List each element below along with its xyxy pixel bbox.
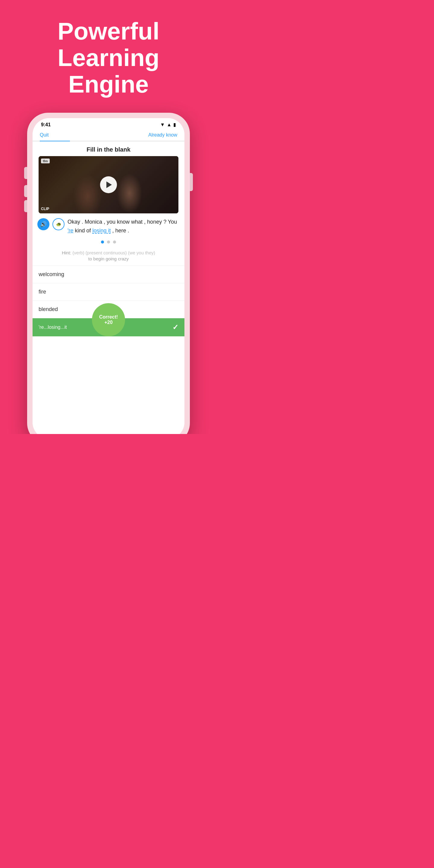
checkmark-icon: ✓ <box>173 323 179 332</box>
audio-button[interactable]: 🔊 <box>37 218 50 230</box>
video-container[interactable]: tbs CLIP <box>38 156 179 213</box>
wifi-icon: ▼ <box>160 122 165 127</box>
hero-title: Powerful Learning Engine <box>18 18 199 98</box>
highlight-re: 're <box>67 227 73 234</box>
phone-wrapper: 9:41 ▼ ▲ ▮ Quit Already know Fill in the… <box>0 113 217 434</box>
slow-icon: 🐢 <box>56 222 61 227</box>
nav-bar: Quit Already know <box>33 130 184 141</box>
hint-label: Hint: <box>62 250 71 255</box>
content-area: Fill in the blank tbs CLIP 🔊 <box>33 141 184 434</box>
signal-icon: ▲ <box>167 122 172 127</box>
transcript-text: Okay . Monica , you know what , honey ? … <box>67 218 180 235</box>
dot-2 <box>107 241 110 244</box>
status-time: 9:41 <box>41 122 51 127</box>
clip-badge: CLIP <box>41 207 49 211</box>
correct-answer-bar: 're...losing...it Correct! +20 ✓ <box>33 318 184 336</box>
phone-screen: 9:41 ▼ ▲ ▮ Quit Already know Fill in the… <box>33 118 184 434</box>
slow-audio-button[interactable]: 🐢 <box>53 218 64 230</box>
already-know-button[interactable]: Already know <box>148 132 177 141</box>
choice-fire[interactable]: fire <box>33 283 184 301</box>
video-play-button[interactable] <box>100 176 117 193</box>
battery-icon: ▮ <box>173 122 176 127</box>
highlight-losing-it: losing it <box>93 227 111 234</box>
dot-1 <box>101 241 104 244</box>
speaker-icon: 🔊 <box>40 221 47 227</box>
status-bar: 9:41 ▼ ▲ ▮ <box>33 118 184 130</box>
correct-popup: Correct! +20 <box>92 303 125 336</box>
hint-meaning: to begin going crazy <box>38 256 179 261</box>
hint-section: Hint: (verb) (present continuous) (we yo… <box>33 248 184 266</box>
audio-row: 🔊 🐢 Okay . Monica , you know what , hone… <box>33 213 184 238</box>
choice-welcoming[interactable]: welcoming <box>33 266 184 283</box>
hero-section: Powerful Learning Engine <box>0 0 217 107</box>
correct-popup-points: +20 <box>104 320 113 325</box>
dot-3 <box>113 241 116 244</box>
dots-indicator <box>33 238 184 248</box>
video-background: tbs CLIP <box>38 156 179 213</box>
hint-grammar: (verb) (present continuous) (we you they… <box>73 250 155 255</box>
exercise-title: Fill in the blank <box>33 141 184 156</box>
channel-badge: tbs <box>41 158 50 163</box>
correct-popup-title: Correct! <box>99 314 118 320</box>
status-icons: ▼ ▲ ▮ <box>160 122 176 127</box>
phone-frame: 9:41 ▼ ▲ ▮ Quit Already know Fill in the… <box>27 113 190 434</box>
play-icon <box>106 181 112 188</box>
quit-button[interactable]: Quit <box>40 132 49 141</box>
correct-answer-text: 're...losing...it <box>38 324 67 330</box>
